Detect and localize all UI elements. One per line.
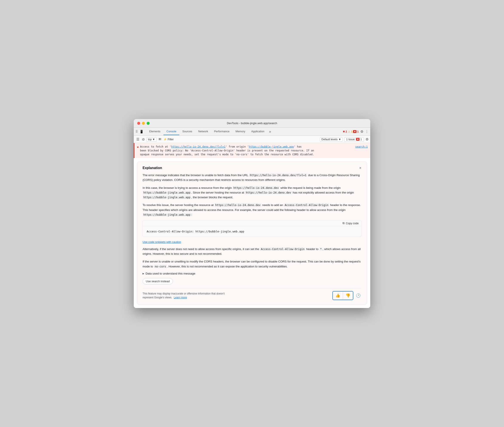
warning-count: 1 <box>351 130 353 133</box>
close-window-button[interactable] <box>137 122 140 125</box>
error-count: 2 <box>346 130 347 133</box>
footer-disclaimer: This feature may display inaccurate or o… <box>142 292 228 299</box>
code-block-body: Access-Control-Allow-Origin: https://bub… <box>143 226 361 237</box>
explanation-para-3: To resolve this issue, the server hostin… <box>142 203 362 217</box>
inspect-icon[interactable]: ⠿ <box>135 130 138 134</box>
issue-count-label: 1 <box>360 138 362 141</box>
context-label: top <box>148 138 152 141</box>
tab-console[interactable]: Console <box>163 128 179 135</box>
console-content: ✖ Access to fetch at 'https://hello-io-2… <box>134 143 370 308</box>
maximize-window-button[interactable] <box>147 122 150 125</box>
window-controls <box>137 122 150 125</box>
filter-label: Filter <box>168 138 174 141</box>
minimize-window-button[interactable] <box>142 122 145 125</box>
window-title: DevTools - bubble-jingle.web.app/search <box>227 122 277 125</box>
devtools-tab-bar: ⠿ 📱 Elements Console Sources Network Per… <box>134 128 370 136</box>
warning-icon: ⚠ <box>348 130 350 133</box>
explanation-footer: This feature may display inaccurate or o… <box>142 288 362 300</box>
explanation-close-button[interactable]: × <box>359 166 362 170</box>
cors-error-line: ✖ Access to fetch at 'https://hello-io-2… <box>134 143 370 158</box>
context-selector[interactable]: top ▼ <box>146 137 157 142</box>
explanation-title: Explanation <box>142 166 162 170</box>
error-origin-link[interactable]: https://bubble-jingle.web.app <box>249 145 294 148</box>
learn-more-link[interactable]: Learn more <box>174 296 187 299</box>
error-text-line2: been blocked by CORS policy: No 'Access-… <box>140 149 314 152</box>
explanation-para-2: In this case, the browser is trying to a… <box>142 186 362 200</box>
tab-elements[interactable]: Elements <box>146 128 163 135</box>
devtools-window: DevTools - bubble-jingle.web.app/search … <box>134 119 370 308</box>
info-icon: 🕐 <box>356 293 361 298</box>
explanation-para-4: Alternatively, if the server does not ne… <box>142 247 362 256</box>
explanation-para-5: If the server is unable or unwilling to … <box>142 259 362 269</box>
issue-icon: ✖ <box>356 138 360 141</box>
console-toolbar: ☰ ⊘ top ▼ 👁 ⚡ Filter Default levels ▼ 1 … <box>134 136 370 143</box>
more-options-icon[interactable]: ⋮ <box>365 130 369 134</box>
error-icon: ✖ <box>343 130 345 133</box>
issue-count: 1 <box>357 130 359 133</box>
error-line-icon: ✖ <box>137 145 139 150</box>
thumbs-up-icon: 👍 <box>335 293 340 298</box>
filter-icon: ⚡ <box>163 138 167 141</box>
device-toolbar-icon[interactable]: 📱 <box>140 130 144 134</box>
explanation-header: Explanation × <box>142 166 362 170</box>
code-block-header: ⧉ Copy code <box>143 220 361 226</box>
copy-icon: ⧉ <box>343 222 345 225</box>
error-text-part2: ' from origin ' <box>226 145 249 148</box>
error-line-text: Access to fetch at 'https://hello-io-24.… <box>140 145 354 156</box>
data-used-triangle-icon: ▶ <box>142 272 144 275</box>
settings-icon[interactable]: ⚙ <box>360 130 363 134</box>
explanation-para-1: The error message indicates that the bro… <box>142 173 362 183</box>
caution-link[interactable]: Use code snippets with caution <box>142 240 181 244</box>
error-text-part1: Access to fetch at ' <box>140 145 171 148</box>
error-source-link[interactable]: search:1 <box>355 145 368 149</box>
live-expressions-button[interactable]: 👁 <box>158 137 162 141</box>
feedback-buttons: 👍 👎 <box>332 291 353 300</box>
thumbs-down-icon: 👎 <box>346 293 350 298</box>
tab-memory[interactable]: Memory <box>232 128 248 135</box>
log-levels-selector[interactable]: Default levels ▼ <box>320 137 343 142</box>
devtools-icon-group: ⠿ 📱 <box>135 130 144 134</box>
error-badge: ✖ 2 ⚠ 1 ✖ 1 <box>343 130 359 133</box>
console-sidebar-button[interactable]: ☰ <box>135 137 140 142</box>
footer-actions: 👍 👎 🕐 <box>332 291 362 300</box>
copy-code-button[interactable]: ⧉ Copy code <box>343 222 359 225</box>
copy-code-label: Copy code <box>346 222 359 225</box>
tab-sources[interactable]: Sources <box>179 128 195 135</box>
thumbs-up-button[interactable]: 👍 <box>333 291 343 300</box>
clear-console-button[interactable]: ⊘ <box>142 137 145 141</box>
error-text-line3: opaque response serves your needs, set t… <box>140 153 314 156</box>
error-text-part3: ' has <box>294 145 302 148</box>
tab-application[interactable]: Application <box>248 128 267 135</box>
issue-count-badge[interactable]: 1 Issue: ✖ 1 <box>344 137 364 142</box>
thumbs-down-button[interactable]: 👎 <box>343 291 353 300</box>
explanation-panel: Explanation × The error message indicate… <box>137 161 367 305</box>
info-button[interactable]: 🕐 <box>355 292 362 299</box>
data-used-toggle[interactable]: ▶ Data used to understand this message <box>142 272 362 275</box>
context-dropdown-icon: ▼ <box>152 138 155 141</box>
log-levels-dropdown-icon: ▼ <box>339 138 341 141</box>
use-search-button[interactable]: Use search instead <box>142 278 173 284</box>
more-tabs-button[interactable]: » <box>268 129 273 134</box>
error-url-link[interactable]: https://hello-io-24.deno.dev/?lvl=1 <box>171 145 226 148</box>
filter-button[interactable]: ⚡ Filter <box>163 138 174 141</box>
console-settings-icon[interactable]: ⚙ <box>366 137 369 141</box>
tab-list: Elements Console Sources Network Perform… <box>146 128 343 135</box>
title-bar: DevTools - bubble-jingle.web.app/search <box>134 119 370 128</box>
tab-network[interactable]: Network <box>195 128 211 135</box>
issue-badge-icon: ✖ <box>353 130 356 133</box>
data-used-label: Data used to understand this message <box>146 272 195 275</box>
tab-performance[interactable]: Performance <box>211 128 233 135</box>
log-levels-label: Default levels <box>322 138 338 141</box>
data-used-section: ▶ Data used to understand this message <box>142 272 362 275</box>
tab-right-icons: ✖ 2 ⚠ 1 ✖ 1 ⚙ ⋮ <box>343 130 369 134</box>
code-content: Access-Control-Allow-Origin: https://bub… <box>147 229 357 234</box>
code-block: ⧉ Copy code Access-Control-Allow-Origin:… <box>142 220 362 237</box>
issue-label: 1 Issue: <box>346 138 355 141</box>
